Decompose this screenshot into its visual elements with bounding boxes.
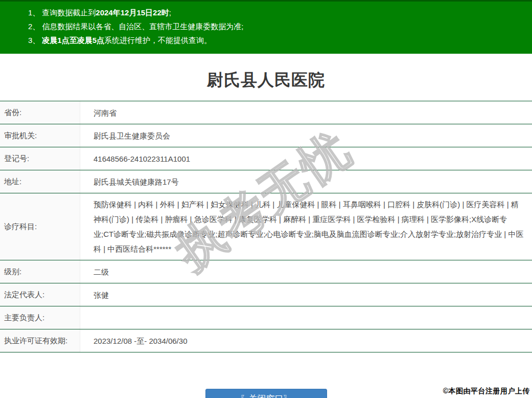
notice-number: 3、 <box>28 36 40 45</box>
table-row-legal-representative: 法定代表人: 张健 <box>0 283 532 306</box>
row-label: 法定代表人: <box>0 283 80 306</box>
notice-line-2: 2、信息数据结果以各省、自治区、直辖市卫生健康委数据为准; <box>28 19 527 33</box>
notice-text: 查询数据截止到 <box>42 8 96 17</box>
row-value: 尉氏县城关镇健康路17号 <box>80 170 532 193</box>
row-label: 级别: <box>0 260 80 283</box>
row-label: 省份: <box>0 101 80 124</box>
row-label: 主要负责人: <box>0 306 80 329</box>
table-row-address: 地址: 尉氏县城关镇健康路17号 <box>0 170 532 193</box>
notice-text-bold: 2024年12月15日22时 <box>96 8 169 17</box>
notice-line-1: 1、查询数据截止到2024年12月15日22时; <box>28 6 527 19</box>
row-value: 尉氏县卫生健康委员会 <box>80 124 532 147</box>
notice-line-3: 3、凌晨1点至凌晨5点系统进行维护，不能提供查询。 <box>28 33 527 47</box>
row-label: 地址: <box>0 170 80 193</box>
table-row-medical-departments: 诊疗科目: 预防保健科 | 内科 | 外科 | 妇产科 | 妇女保健科 | 儿科… <box>0 193 532 260</box>
row-value: 二级 <box>80 260 532 283</box>
row-value: 河南省 <box>80 101 532 124</box>
notice-text: 系统进行维护，不能提供查询。 <box>104 36 212 45</box>
notice-text: ; <box>169 8 171 17</box>
upload-stamp-text: ©本图由平台注册用户上传 <box>443 387 530 396</box>
row-label: 执业许可证有效期: <box>0 329 80 352</box>
row-value: 2023/12/08 -至- 2034/06/30 <box>80 329 532 352</box>
table-row-level: 级别: 二级 <box>0 260 532 283</box>
row-value: 41648566-241022311A1001 <box>80 147 532 170</box>
hospital-info-table: 省份: 河南省 审批机关: 尉氏县卫生健康委员会 登记号: 41648566-2… <box>0 101 532 352</box>
notice-number: 1、 <box>28 8 40 17</box>
table-row-approval-authority: 审批机关: 尉氏县卫生健康委员会 <box>0 124 532 147</box>
close-window-button[interactable]: 〖关闭窗口〗 <box>205 389 327 398</box>
row-value: 张健 <box>80 283 532 306</box>
table-row-license-validity: 执业许可证有效期: 2023/12/08 -至- 2034/06/30 <box>0 329 532 352</box>
row-label: 登记号: <box>0 147 80 170</box>
row-label: 诊疗科目: <box>0 193 80 260</box>
row-value: 预防保健科 | 内科 | 外科 | 妇产科 | 妇女保健科 | 儿科 | 儿童保… <box>80 193 532 260</box>
notice-number: 2、 <box>28 22 40 31</box>
hospital-title: 尉氏县人民医院 <box>0 69 532 92</box>
notice-text-bold: 凌晨1点至凌晨5点 <box>42 36 104 45</box>
row-label: 审批机关: <box>0 124 80 147</box>
notice-banner: 1、查询数据截止到2024年12月15日22时; 2、信息数据结果以各省、自治区… <box>0 0 532 54</box>
table-row-registration-number: 登记号: 41648566-241022311A1001 <box>0 147 532 170</box>
notice-text: 信息数据结果以各省、自治区、直辖市卫生健康委数据为准; <box>42 22 243 31</box>
table-row-province: 省份: 河南省 <box>0 101 532 124</box>
row-value <box>80 306 532 329</box>
table-row-principal: 主要负责人: <box>0 306 532 329</box>
